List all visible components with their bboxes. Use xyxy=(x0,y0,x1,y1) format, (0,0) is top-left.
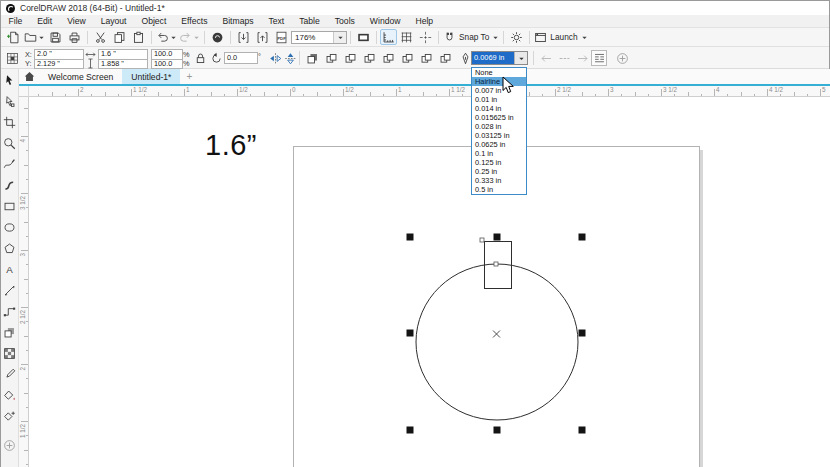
y-position-field[interactable]: 2.129 " xyxy=(34,59,84,70)
rotation-angle-field[interactable]: 0.0 xyxy=(224,52,258,64)
object-height-field[interactable]: 1.858 " xyxy=(98,59,148,70)
import-button[interactable] xyxy=(234,29,253,45)
artistic-media-tool[interactable] xyxy=(1,175,19,196)
outline-width-option[interactable]: 0.0625 in xyxy=(472,140,526,149)
outline-width-caret[interactable] xyxy=(514,52,527,64)
color-eyedropper-tool[interactable] xyxy=(1,364,19,385)
node-marker[interactable] xyxy=(480,238,484,242)
zoom-tool[interactable] xyxy=(1,133,19,154)
connector-tool[interactable] xyxy=(1,301,19,322)
menu-object[interactable]: Object xyxy=(134,15,174,27)
drawing-canvas[interactable]: 1.6” xyxy=(29,97,830,467)
zoom-level-combo[interactable]: 176% xyxy=(291,31,347,44)
rectangle-tool[interactable] xyxy=(1,196,19,217)
outline-width-option[interactable]: 0.015625 in xyxy=(472,113,526,122)
scale-y-field[interactable]: 100.0 xyxy=(151,59,183,70)
new-document-button[interactable] xyxy=(4,29,23,45)
cut-button[interactable] xyxy=(91,29,110,45)
outline-width-option[interactable]: 0.25 in xyxy=(472,167,526,176)
show-guidelines-button[interactable] xyxy=(416,29,435,45)
mirror-horizontal-button[interactable] xyxy=(267,50,283,66)
shape-tool[interactable] xyxy=(1,91,19,112)
quick-customize-button[interactable] xyxy=(614,50,630,66)
outline-width-option[interactable]: Hairline xyxy=(472,77,526,86)
redo-button[interactable] xyxy=(178,29,201,45)
show-grid-button[interactable] xyxy=(397,29,416,45)
ruler-origin-corner[interactable] xyxy=(19,86,29,97)
back-minus-front-button[interactable] xyxy=(418,50,434,66)
wrap-paragraph-text-button[interactable] xyxy=(591,50,607,66)
tab-welcome-screen[interactable]: Welcome Screen xyxy=(39,69,122,84)
save-button[interactable] xyxy=(46,29,65,45)
zoom-level-caret[interactable] xyxy=(333,32,346,43)
export-button[interactable] xyxy=(253,29,272,45)
ruler-tick xyxy=(26,464,29,465)
outline-width-option[interactable]: 0.125 in xyxy=(472,158,526,167)
menu-table[interactable]: Table xyxy=(292,15,328,27)
print-button[interactable] xyxy=(65,29,84,45)
outline-width-option[interactable]: 0.007 in xyxy=(472,86,526,95)
object-order-button[interactable] xyxy=(304,50,320,66)
menu-file[interactable]: File xyxy=(1,15,30,27)
vertical-ruler[interactable]: 43 1/232 1/221 1/2 xyxy=(19,97,29,467)
crop-tool[interactable] xyxy=(1,112,19,133)
outline-width-option[interactable]: 0.01 in xyxy=(472,95,526,104)
menu-bitmaps[interactable]: Bitmaps xyxy=(215,15,261,27)
trim-button[interactable] xyxy=(342,50,358,66)
menu-effects[interactable]: Effects xyxy=(174,15,215,27)
copy-button[interactable] xyxy=(110,29,129,45)
open-button[interactable] xyxy=(23,29,46,45)
dimension-tool[interactable] xyxy=(1,280,19,301)
menu-layout[interactable]: Layout xyxy=(93,15,134,27)
new-document-tab-button[interactable]: + xyxy=(180,71,198,82)
smart-fill-tool[interactable] xyxy=(1,406,19,427)
front-minus-back-button[interactable] xyxy=(399,50,415,66)
ellipse-tool[interactable] xyxy=(1,217,19,238)
outline-width-option[interactable]: 0.028 in xyxy=(472,122,526,131)
menu-help[interactable]: Help xyxy=(408,15,441,27)
outline-width-option[interactable]: 0.03125 in xyxy=(472,131,526,140)
publish-pdf-button[interactable]: PDF xyxy=(272,29,291,45)
transparency-tool[interactable] xyxy=(1,343,19,364)
add-tools-button[interactable] xyxy=(1,435,19,456)
paste-button[interactable] xyxy=(129,29,148,45)
freehand-tool[interactable] xyxy=(1,154,19,175)
interactive-fill-tool[interactable] xyxy=(1,385,19,406)
circle-object[interactable] xyxy=(416,264,578,420)
search-content-button[interactable] xyxy=(208,29,227,45)
lock-ratio-button[interactable] xyxy=(192,50,208,66)
tab-untitled-1[interactable]: Untitled-1* xyxy=(122,69,180,84)
create-boundary-button[interactable] xyxy=(437,50,453,66)
horizontal-ruler[interactable]: 21 1/211/201/211 1/222 1/233 1/244 1/25 xyxy=(29,86,830,97)
outline-width-option[interactable]: 0.014 in xyxy=(472,104,526,113)
outline-width-combo[interactable]: 0.0069 in xyxy=(471,51,528,65)
node-marker[interactable] xyxy=(494,262,498,266)
text-tool[interactable]: A xyxy=(1,259,19,280)
weld-button[interactable] xyxy=(323,50,339,66)
mirror-vertical-button[interactable] xyxy=(282,50,298,66)
launch-button[interactable]: Launch xyxy=(533,29,588,45)
menu-edit[interactable]: Edit xyxy=(30,15,60,27)
selection-center-marker[interactable] xyxy=(493,331,500,338)
outline-width-option[interactable]: 0.1 in xyxy=(472,149,526,158)
outline-width-option[interactable]: None xyxy=(472,68,526,77)
outline-width-option[interactable]: 0.5 in xyxy=(472,185,526,194)
polygon-tool[interactable] xyxy=(1,238,19,259)
x-position-label: X: xyxy=(25,50,32,59)
drop-shadow-tool[interactable] xyxy=(1,322,19,343)
pick-tool[interactable] xyxy=(1,69,19,91)
outline-width-option[interactable]: 0.333 in xyxy=(472,176,526,185)
snap-to-button[interactable]: Snap To xyxy=(442,29,500,45)
menu-window[interactable]: Window xyxy=(362,15,408,27)
intersect-button[interactable] xyxy=(361,50,377,66)
full-screen-preview-button[interactable] xyxy=(354,29,373,45)
menu-tools[interactable]: Tools xyxy=(327,15,362,27)
undo-button[interactable] xyxy=(155,29,178,45)
simplify-button[interactable] xyxy=(380,50,396,66)
menu-view[interactable]: View xyxy=(60,15,93,27)
options-button[interactable] xyxy=(507,29,526,45)
menu-text[interactable]: Text xyxy=(261,15,292,27)
show-rulers-button[interactable] xyxy=(380,29,397,45)
home-button[interactable] xyxy=(19,71,39,82)
ruler-tick xyxy=(26,293,29,294)
